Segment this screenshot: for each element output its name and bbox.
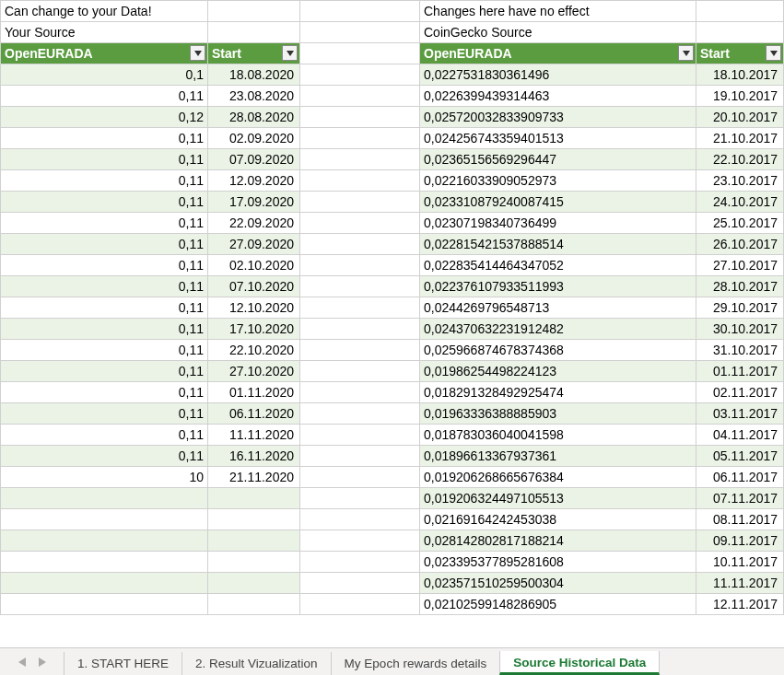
cell[interactable] — [300, 297, 420, 319]
cell-right-date[interactable]: 11.11.2017 — [696, 573, 784, 594]
cell-left-value[interactable]: 0,11 — [1, 340, 208, 361]
cell-left-value[interactable]: 0,11 — [1, 382, 208, 403]
cell-right-value[interactable]: 0,02307198340736499 — [420, 213, 696, 234]
cell-left-value[interactable]: 0,11 — [1, 403, 208, 425]
cell[interactable] — [300, 128, 420, 149]
cell-left-date[interactable] — [208, 594, 300, 615]
cell-right-value[interactable]: 0,0244269796548713 — [420, 297, 696, 319]
cell[interactable] — [300, 361, 420, 382]
cell-left-date[interactable]: 07.10.2020 — [208, 276, 300, 297]
cell-right-value[interactable]: 0,028142802817188214 — [420, 530, 696, 552]
cell-left-date[interactable]: 27.10.2020 — [208, 361, 300, 382]
cell-right-date[interactable]: 05.11.2017 — [696, 446, 784, 467]
cell-left-date[interactable]: 21.11.2020 — [208, 467, 300, 488]
cell[interactable] — [696, 22, 784, 43]
cell-left-value[interactable]: 0,11 — [1, 170, 208, 192]
cell-right-value[interactable]: 0,0226399439314463 — [420, 86, 696, 107]
cell-left-date[interactable]: 23.08.2020 — [208, 86, 300, 107]
cell-left-date[interactable]: 18.08.2020 — [208, 64, 300, 86]
cell-left-value[interactable] — [1, 509, 208, 530]
cell-left-date[interactable] — [208, 488, 300, 509]
cell-left-value[interactable]: 0,11 — [1, 276, 208, 297]
cell-right-date[interactable]: 28.10.2017 — [696, 276, 784, 297]
cell-left-value[interactable] — [1, 552, 208, 573]
cell[interactable] — [696, 1, 784, 22]
cell[interactable] — [300, 1, 420, 22]
cell[interactable] — [300, 552, 420, 573]
cell-right-value[interactable]: 0,01986254498224123 — [420, 361, 696, 382]
tab-nav-arrows[interactable] — [0, 649, 64, 675]
cell-left-date[interactable]: 06.11.2020 — [208, 403, 300, 425]
cell-right-value[interactable]: 0,022815421537888514 — [420, 234, 696, 255]
cell-left-date[interactable]: 22.09.2020 — [208, 213, 300, 234]
cell[interactable] — [300, 234, 420, 255]
cell[interactable] — [300, 340, 420, 361]
cell[interactable] — [300, 213, 420, 234]
cell-right-value[interactable]: 0,025966874678374368 — [420, 340, 696, 361]
cell-left-date[interactable]: 02.10.2020 — [208, 255, 300, 276]
cell-left-value[interactable]: 0,12 — [1, 107, 208, 128]
cell-right-date[interactable]: 02.11.2017 — [696, 382, 784, 403]
cell-left-date[interactable] — [208, 509, 300, 530]
cell-right-value[interactable]: 0,019206268665676384 — [420, 467, 696, 488]
cell-left-value[interactable]: 0,11 — [1, 255, 208, 276]
cell-left-date[interactable]: 28.08.2020 — [208, 107, 300, 128]
cell-right-value[interactable]: 0,023395377895281608 — [420, 552, 696, 573]
cell-right-value[interactable]: 0,018291328492925474 — [420, 382, 696, 403]
tab-source-historical[interactable]: Source Historical Data — [499, 651, 660, 675]
cell-left-date[interactable]: 01.11.2020 — [208, 382, 300, 403]
cell-left-value[interactable]: 0,11 — [1, 213, 208, 234]
cell[interactable] — [300, 446, 420, 467]
cell-right-value[interactable]: 0,022835414464347052 — [420, 255, 696, 276]
cell[interactable] — [300, 467, 420, 488]
cell-right-value[interactable]: 0,024256743359401513 — [420, 128, 696, 149]
cell[interactable] — [300, 573, 420, 594]
cell-left-date[interactable]: 12.10.2020 — [208, 297, 300, 319]
cell-left-date[interactable] — [208, 573, 300, 594]
cell[interactable] — [300, 107, 420, 128]
cell-left-date[interactable]: 17.10.2020 — [208, 319, 300, 340]
cell-right-date[interactable]: 23.10.2017 — [696, 170, 784, 192]
header-right-value[interactable]: OpenEURADA — [420, 43, 696, 64]
cell-right-date[interactable]: 25.10.2017 — [696, 213, 784, 234]
cell[interactable] — [300, 403, 420, 425]
cell-left-date[interactable] — [208, 530, 300, 552]
filter-dropdown-icon[interactable] — [678, 45, 694, 61]
cell-left-date[interactable]: 11.11.2020 — [208, 425, 300, 446]
cell[interactable] — [300, 530, 420, 552]
cell[interactable] — [300, 509, 420, 530]
cell[interactable] — [300, 170, 420, 192]
cell-left-value[interactable]: 0,11 — [1, 319, 208, 340]
cell-right-date[interactable]: 20.10.2017 — [696, 107, 784, 128]
cell-right-value[interactable]: 0,023571510259500304 — [420, 573, 696, 594]
cell-left-date[interactable] — [208, 552, 300, 573]
cell-right-date[interactable]: 10.11.2017 — [696, 552, 784, 573]
cell-right-date[interactable]: 30.10.2017 — [696, 319, 784, 340]
cell-right-date[interactable]: 18.10.2017 — [696, 64, 784, 86]
filter-dropdown-icon[interactable] — [766, 45, 781, 61]
cell-right-date[interactable]: 21.10.2017 — [696, 128, 784, 149]
cell-left-value[interactable]: 0,11 — [1, 192, 208, 213]
tab-result-viz[interactable]: 2. Result Vizualization — [181, 652, 332, 675]
cell-left-value[interactable]: 0,11 — [1, 128, 208, 149]
cell-right-date[interactable]: 06.11.2017 — [696, 467, 784, 488]
cell-right-date[interactable]: 08.11.2017 — [696, 509, 784, 530]
cell-right-date[interactable]: 27.10.2017 — [696, 255, 784, 276]
cell-left-date[interactable]: 16.11.2020 — [208, 446, 300, 467]
cell-left-date[interactable]: 17.09.2020 — [208, 192, 300, 213]
cell-right-date[interactable]: 09.11.2017 — [696, 530, 784, 552]
cell-right-date[interactable]: 29.10.2017 — [696, 297, 784, 319]
cell[interactable] — [300, 43, 420, 64]
cell[interactable] — [300, 319, 420, 340]
cell[interactable] — [300, 255, 420, 276]
cell-left-value[interactable]: 0,11 — [1, 446, 208, 467]
cell-left-value[interactable]: 0,11 — [1, 425, 208, 446]
cell-right-value[interactable]: 0,019206324497105513 — [420, 488, 696, 509]
header-left-date[interactable]: Start — [208, 43, 300, 64]
cell-left-value[interactable] — [1, 488, 208, 509]
cell-left-value[interactable]: 10 — [1, 467, 208, 488]
cell[interactable] — [300, 488, 420, 509]
cell-right-date[interactable]: 12.11.2017 — [696, 594, 784, 615]
cell-left-value[interactable] — [1, 573, 208, 594]
cell[interactable] — [300, 382, 420, 403]
